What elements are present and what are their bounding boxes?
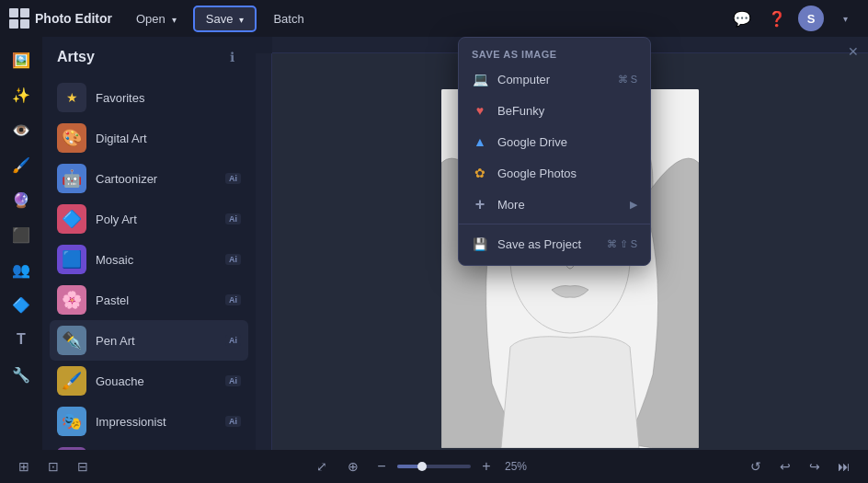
ruler-vertical — [256, 53, 272, 483]
topbar-right: 💬 ❓ S ▾ — [728, 5, 859, 32]
zoom-slider-track — [397, 465, 419, 468]
sidebar-item-cartoonizer[interactable]: 🤖CartoonizerAi — [50, 158, 248, 199]
save-as-image-label: Save as Image — [459, 43, 650, 63]
more-label: More — [497, 198, 621, 212]
befunky-label: BeFunky — [497, 104, 637, 118]
save-project-icon: 💾 — [472, 236, 488, 252]
befunky-icon: ♥ — [472, 102, 488, 119]
save-gdrive-item[interactable]: ▲ Google Drive — [459, 126, 650, 157]
zoom-value: 25% — [502, 460, 530, 473]
nav-people-icon[interactable]: 👥 — [6, 254, 37, 285]
sidebar-item-favorites[interactable]: ★Favorites — [50, 77, 248, 118]
sidebar-item-mosaic[interactable]: 🟦MosaicAi — [50, 239, 248, 280]
sidebar-item-label-gouache: Gouache — [96, 374, 216, 388]
zoom-slider[interactable] — [397, 465, 471, 468]
app-logo: Photo Editor — [9, 8, 112, 29]
sidebar-item-icon-mosaic: 🟦 — [57, 245, 86, 274]
batch-button[interactable]: Batch — [262, 7, 314, 30]
save-computer-item[interactable]: 💻 Computer ⌘ S — [459, 63, 650, 95]
gdrive-icon: ▲ — [472, 133, 488, 150]
nav-shape-icon[interactable]: 🔷 — [6, 289, 37, 320]
sidebar-item-pastel[interactable]: 🌸PastelAi — [50, 280, 248, 320]
ai-badge-mosaic: Ai — [225, 254, 241, 265]
more-arrow: ▶ — [630, 199, 637, 211]
save-button[interactable]: Save — [193, 6, 257, 32]
forward-button[interactable]: ⏭ — [831, 454, 857, 479]
bottombar: ⊞ ⊡ ⊟ ⤢ ⊕ − + 25% ↺ ↩ ↪ ⏭ — [0, 450, 868, 483]
sidebar-item-icon-pen-art: ✒️ — [57, 326, 86, 355]
ai-badge-impressionist: Ai — [225, 416, 241, 427]
layers-toggle-button[interactable]: ⊞ — [11, 454, 37, 479]
sidebar-item-label-cartoonizer: Cartoonizer — [96, 172, 216, 186]
computer-shortcut: ⌘ S — [618, 74, 637, 86]
save-as-project-item[interactable]: 💾 Save as Project ⌘ ⇧ S — [459, 228, 650, 259]
reset-button[interactable]: ↺ — [743, 454, 769, 479]
sidebar-item-pen-art[interactable]: ✒️Pen ArtAi — [50, 320, 248, 361]
sidebar-item-poly-art[interactable]: 🔷Poly ArtAi — [50, 199, 248, 239]
save-project-label: Save as Project — [497, 237, 598, 251]
dropdown-divider — [459, 224, 650, 224]
app-name: Photo Editor — [35, 11, 112, 26]
save-chevron — [237, 12, 244, 26]
save-more-item[interactable]: + More ▶ — [459, 189, 650, 220]
ai-badge-pastel: Ai — [225, 294, 241, 305]
sidebar-title: Artsy — [57, 49, 95, 65]
save-label: Save — [206, 12, 234, 26]
nav-square-icon[interactable]: ⬛ — [6, 219, 37, 250]
main-layout: 🖼️ ✨ 👁️ 🖌️ 🔮 ⬛ 👥 🔷 T 🔧 Artsy ℹ ★Favorite… — [0, 37, 868, 483]
ai-badge-gouache: Ai — [225, 375, 241, 386]
gphotos-label: Google Photos — [497, 167, 637, 180]
computer-label: Computer — [497, 73, 609, 86]
redo-button[interactable]: ↪ — [802, 454, 828, 479]
nav-text-icon[interactable]: T — [6, 324, 37, 355]
sidebar-header: Artsy ℹ — [42, 37, 256, 74]
zoom-minus-button[interactable]: − — [371, 456, 392, 477]
transform-button[interactable]: ⊡ — [40, 454, 66, 479]
nav-preview-icon[interactable]: 👁️ — [6, 114, 37, 145]
crop-button[interactable]: ⊕ — [340, 454, 366, 479]
nav-magic-icon[interactable]: 🔮 — [6, 184, 37, 215]
nav-effects-icon[interactable]: ✨ — [6, 79, 37, 110]
sidebar-item-label-digital-art: Digital Art — [96, 132, 241, 145]
open-button[interactable]: Open — [125, 7, 188, 30]
sidebar-item-label-pastel: Pastel — [96, 293, 216, 307]
sidebar-item-label-pen-art: Pen Art — [96, 334, 216, 348]
zoom-plus-button[interactable]: + — [476, 456, 497, 477]
ai-badge-pen-art: Ai — [225, 335, 241, 346]
sidebar-item-icon-cartoonizer: 🤖 — [57, 164, 86, 193]
batch-label: Batch — [273, 12, 303, 26]
nav-paint-icon[interactable]: 🖌️ — [6, 149, 37, 180]
fullscreen-button[interactable]: ⤢ — [309, 454, 335, 479]
bottombar-right: ↺ ↩ ↪ ⏭ — [743, 454, 857, 479]
save-befunky-item[interactable]: ♥ BeFunky — [459, 95, 650, 126]
sidebar-item-icon-favorites: ★ — [57, 83, 86, 112]
bottombar-left: ⊞ ⊡ ⊟ — [11, 454, 96, 479]
sidebar-item-label-mosaic: Mosaic — [96, 253, 216, 267]
save-gphotos-item[interactable]: ✿ Google Photos — [459, 157, 650, 189]
ai-badge-poly-art: Ai — [225, 213, 241, 224]
logo-icon — [9, 8, 29, 29]
sidebar-item-label-poly-art: Poly Art — [96, 213, 216, 226]
sidebar-info-button[interactable]: ℹ — [223, 48, 241, 66]
gdrive-label: Google Drive — [497, 135, 637, 149]
nav-layers-icon[interactable]: 🖼️ — [6, 44, 37, 75]
sidebar-item-gouache[interactable]: 🖌️GouacheAi — [50, 361, 248, 401]
chat-icon-button[interactable]: 💬 — [728, 5, 756, 32]
save-dropdown-menu: Save as Image 💻 Computer ⌘ S ♥ BeFunky ▲… — [458, 37, 651, 266]
gphotos-icon: ✿ — [472, 165, 488, 181]
sidebar-item-digital-art[interactable]: 🎨Digital Art — [50, 118, 248, 158]
undo-button[interactable]: ↩ — [772, 454, 798, 479]
sidebar-item-impressionist[interactable]: 🎭ImpressionistAi — [50, 401, 248, 442]
grid-button[interactable]: ⊟ — [70, 454, 96, 479]
user-avatar[interactable]: S — [798, 6, 824, 31]
nav-settings-icon[interactable]: 🔧 — [6, 359, 37, 390]
user-chevron-button[interactable]: ▾ — [831, 5, 859, 32]
help-icon-button[interactable]: ❓ — [763, 5, 791, 32]
topbar: Photo Editor Open Save Batch 💬 ❓ S ▾ — [0, 0, 868, 37]
sidebar-item-icon-gouache: 🖌️ — [57, 366, 86, 396]
computer-icon: 💻 — [472, 71, 488, 87]
zoom-slider-thumb[interactable] — [417, 462, 427, 471]
sidebar-list: ★Favorites🎨Digital Art🤖CartoonizerAi🔷Pol… — [42, 74, 256, 483]
sidebar-item-icon-impressionist: 🎭 — [57, 407, 86, 436]
open-label: Open — [136, 12, 166, 26]
